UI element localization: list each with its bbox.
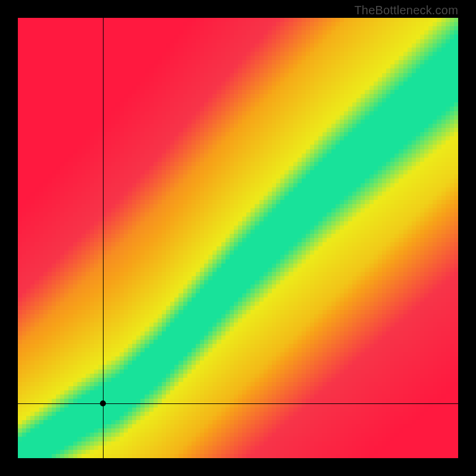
crosshair-horizontal bbox=[18, 403, 458, 404]
chart-container: TheBottleneck.com bbox=[0, 0, 476, 476]
selection-marker bbox=[100, 400, 106, 406]
crosshair-vertical bbox=[103, 18, 104, 458]
watermark-text: TheBottleneck.com bbox=[354, 4, 458, 17]
plot-area bbox=[18, 18, 458, 458]
heatmap-canvas bbox=[18, 18, 458, 458]
